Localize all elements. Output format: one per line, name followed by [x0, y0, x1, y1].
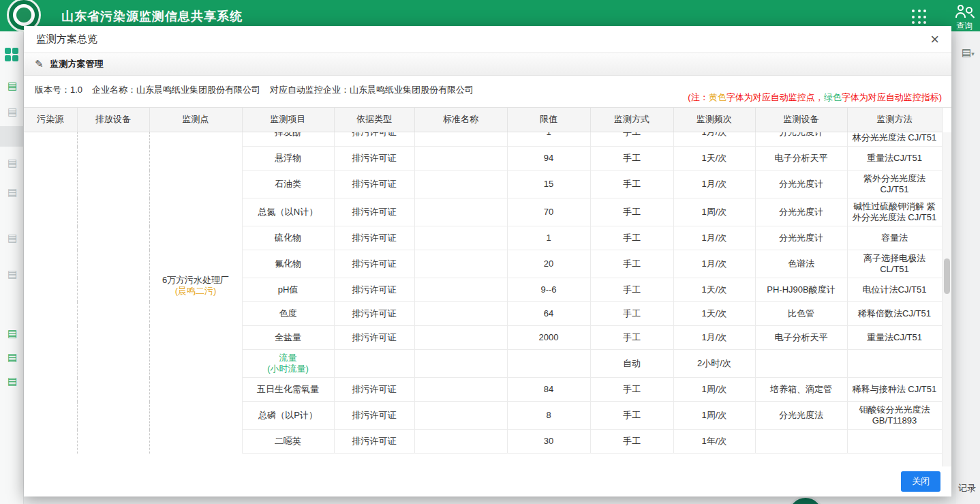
basis-cell: 排污许可证	[334, 171, 414, 198]
right-page-fragment: ▤▾ 记录	[956, 31, 980, 504]
column-header: 排放设备	[77, 108, 149, 132]
app-title: 山东省污染源监测信息共享系统	[61, 8, 243, 25]
item-cell: 二噁英	[242, 430, 334, 454]
document-icon[interactable]: ▤	[7, 376, 17, 386]
document-icon[interactable]: ▤	[7, 158, 17, 168]
method-cell: 蒸馏后4-氨基安替比林分光光度法 CJ/T51	[847, 132, 942, 147]
item-cell: pH值	[242, 278, 334, 302]
device-cell: 分光光度计	[755, 171, 847, 198]
plan-table-scroll-area[interactable]: 6万方污水处理厂(晨鸣二污)挥发酚排污许可证1手工1月/次分光光度计蒸馏后4-氨…	[24, 132, 942, 466]
vertical-scrollbar[interactable]	[942, 132, 951, 466]
document-icon[interactable]: ▤	[7, 187, 17, 197]
device-cell: 电子分析天平	[755, 147, 847, 171]
method-cell: 重量法CJ/T51	[847, 326, 942, 350]
basis-cell: 排污许可证	[334, 147, 414, 171]
info-row: 版本号：1.0企业名称：山东晨鸣纸业集团股份有限公司对应自动监控企业：山东晨鸣纸…	[24, 76, 951, 107]
mode-cell: 手工	[590, 198, 673, 226]
mode-cell: 手工	[590, 402, 673, 430]
limit-cell: 9--6	[507, 278, 590, 302]
scrollbar-thumb[interactable]	[944, 258, 950, 294]
limit-cell: 1	[507, 226, 590, 250]
mode-cell: 手工	[590, 326, 673, 350]
device-cell: 电子分析天平	[755, 326, 847, 350]
method-cell: 离子选择电极法 CL/T51	[847, 250, 942, 278]
monitoring-plan-modal: 监测方案总览 × ✎ 监测方案管理 版本号：1.0企业名称：山东晨鸣纸业集团股份…	[24, 26, 951, 496]
item-cell: 氟化物	[242, 250, 334, 278]
frequency-cell: 1天/次	[673, 147, 755, 171]
menu-grid-icon[interactable]	[5, 48, 18, 61]
frequency-cell: 1月/次	[673, 250, 755, 278]
device-cell: 分光光度计	[755, 132, 847, 147]
method-cell: 紫外分光光度法 CJ/T51	[847, 171, 942, 198]
item-cell: 硫化物	[242, 226, 334, 250]
document-icon[interactable]: ▤	[7, 233, 17, 243]
standard-cell	[414, 350, 507, 378]
frequency-cell: 2小时/次	[673, 350, 755, 378]
frequency-cell: 1年/次	[673, 430, 755, 454]
document-icon[interactable]: ▤	[7, 80, 17, 91]
item-cell: 流量(小时流量)	[242, 350, 334, 378]
frequency-cell: 1天/次	[673, 278, 755, 302]
monitor-point-cell: 6万方污水处理厂(晨鸣二污)	[149, 132, 242, 454]
document-icon[interactable]: ▤	[7, 106, 17, 117]
table-row: 6万方污水处理厂(晨鸣二污)挥发酚排污许可证1手工1月/次分光光度计蒸馏后4-氨…	[24, 132, 942, 147]
page-tool-icon[interactable]: ▤▾	[962, 46, 975, 59]
standard-cell	[414, 171, 507, 198]
person-search-icon	[955, 4, 973, 19]
document-icon[interactable]: ▤	[7, 328, 17, 338]
limit-cell: 8	[507, 402, 590, 430]
item-cell: 总磷（以P计）	[242, 402, 334, 430]
discharge-device-cell	[77, 132, 149, 454]
method-cell: 容量法	[847, 226, 942, 250]
item-cell: 挥发酚	[242, 132, 334, 147]
device-cell: PH-HJ90B酸度计	[755, 278, 847, 302]
method-cell: 钼酸铵分光光度法 GB/T11893	[847, 402, 942, 430]
column-header: 监测方法	[847, 108, 942, 132]
mode-cell: 手工	[590, 226, 673, 250]
section-title: 监测方案管理	[50, 58, 104, 70]
frequency-cell: 1月/次	[673, 132, 755, 147]
frequency-cell: 1月/次	[673, 171, 755, 198]
standard-cell	[414, 402, 507, 430]
limit-cell	[507, 350, 590, 378]
limit-cell: 30	[507, 430, 590, 454]
left-sidebar-fragment: ▤ ▤ ▤ ▤ ▤ ▤ ▤ ▤ ▤	[0, 31, 24, 504]
standard-cell	[414, 132, 507, 147]
column-header: 污染源	[24, 108, 77, 132]
plan-table-body: 6万方污水处理厂(晨鸣二污)挥发酚排污许可证1手工1月/次分光光度计蒸馏后4-氨…	[24, 132, 942, 454]
frequency-cell: 1周/次	[673, 198, 755, 226]
mode-cell: 手工	[590, 278, 673, 302]
basis-cell	[334, 350, 414, 378]
document-icon[interactable]: ▤	[7, 352, 17, 362]
frequency-cell: 1天/次	[673, 302, 755, 326]
sidebar-selected-row[interactable]	[0, 126, 24, 147]
item-cell: 石油类	[242, 171, 334, 198]
frequency-cell: 1月/次	[673, 226, 755, 250]
close-button[interactable]: 关闭	[901, 471, 940, 492]
item-cell: 全盐量	[242, 326, 334, 350]
document-icon[interactable]: ▤	[7, 269, 17, 279]
device-cell: 培养箱、滴定管	[755, 378, 847, 402]
basis-cell: 排污许可证	[334, 378, 414, 402]
standard-cell	[414, 198, 507, 226]
device-cell	[755, 430, 847, 454]
record-count-fragment: 记录	[958, 482, 976, 494]
item-cell: 色度	[242, 302, 334, 326]
limit-cell: 15	[507, 171, 590, 198]
item-cell: 悬浮物	[242, 147, 334, 171]
column-header: 监测频次	[673, 108, 755, 132]
limit-cell: 2000	[507, 326, 590, 350]
device-cell: 分光光度计	[755, 198, 847, 226]
column-header: 监测方式	[590, 108, 673, 132]
apps-grid-icon[interactable]	[912, 10, 927, 25]
method-cell: 电位计法CJ/T51	[847, 278, 942, 302]
column-header: 监测项目	[242, 108, 334, 132]
query-button[interactable]: 查询	[955, 4, 973, 32]
item-cell: 五日生化需氧量	[242, 378, 334, 402]
basis-cell: 排污许可证	[334, 226, 414, 250]
close-icon[interactable]: ×	[930, 32, 939, 47]
item-cell: 总氮（以N计）	[242, 198, 334, 226]
column-header: 标准名称	[414, 108, 507, 132]
plan-table: 污染源排放设备监测点监测项目依据类型标准名称限值监测方式监测频次监测设备监测方法…	[24, 107, 951, 466]
mode-cell: 手工	[590, 302, 673, 326]
